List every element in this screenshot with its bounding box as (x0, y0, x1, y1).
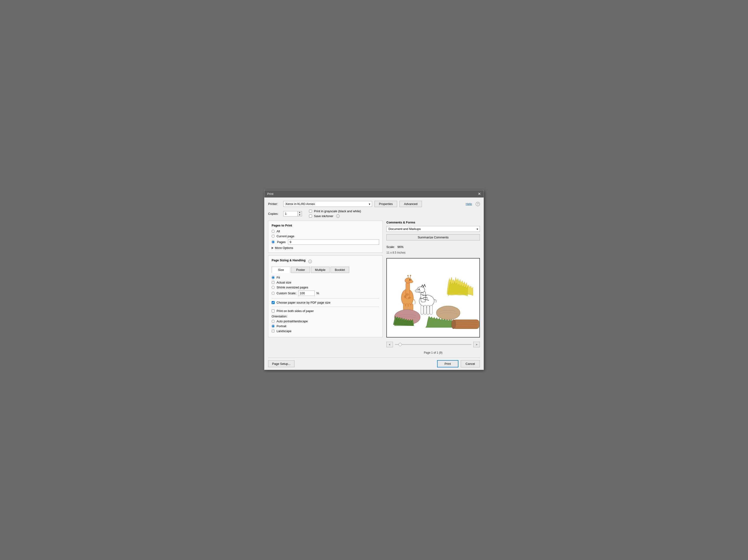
preview-area (387, 258, 480, 337)
scale-text: Scale: 96% (387, 245, 403, 249)
bottom-row: Page Setup... Print Cancel (268, 357, 480, 367)
copies-input[interactable] (283, 211, 297, 216)
print-button[interactable]: Print (437, 360, 459, 367)
title-bar: Print ✕ (264, 190, 484, 197)
cancel-button[interactable]: Cancel (461, 360, 480, 367)
svg-point-15 (408, 297, 411, 299)
copies-down-button[interactable]: ▼ (298, 214, 302, 216)
svg-point-5 (409, 279, 411, 280)
portrait-label[interactable]: Portrait (277, 324, 286, 328)
left-panel: Pages to Print All Current page Pages (268, 220, 383, 354)
tab-multiple-button[interactable]: Multiple (311, 267, 330, 273)
tan-rock (437, 306, 460, 320)
svg-point-16 (404, 295, 406, 298)
printer-select[interactable]: Xerox in KLRD Annex Microsoft Print to P… (283, 201, 372, 207)
svg-point-9 (410, 275, 411, 276)
current-page-radio-row: Current page (272, 234, 379, 238)
dialog-body: Printer: Xerox in KLRD Annex Microsoft P… (264, 197, 484, 370)
svg-point-29 (451, 320, 455, 329)
grayscale-label[interactable]: Print in grayscale (black and white) (314, 209, 361, 213)
portrait-row: Portrait (272, 324, 379, 328)
dialog-title: Print (267, 192, 274, 195)
comments-forms-section: Comments & Forms Document and Markups Do… (387, 220, 480, 243)
fit-radio-row: Fit (272, 276, 379, 279)
svg-rect-23 (424, 305, 426, 314)
next-page-button[interactable]: > (473, 342, 480, 347)
shrink-label[interactable]: Shrink oversized pages (277, 286, 308, 289)
comments-select[interactable]: Document and Markups Document Form Field… (387, 226, 480, 232)
print-both-sides-row: Print on both sides of paper (272, 309, 379, 313)
comments-forms-title: Comments & Forms (387, 220, 480, 224)
save-ink-info-icon[interactable]: i (336, 214, 340, 218)
summarize-comments-button[interactable]: Summarize Comments (387, 234, 480, 240)
tab-poster-button[interactable]: Poster (291, 267, 310, 273)
pages-input[interactable] (288, 239, 379, 245)
fit-radio[interactable] (272, 276, 275, 279)
close-button[interactable]: ✕ (478, 192, 481, 196)
svg-point-21 (419, 289, 420, 290)
copies-input-wrapper: ▲ ▼ (283, 211, 302, 216)
advanced-button[interactable]: Advanced (399, 201, 422, 207)
preview-dimensions-label: 11 x 8.5 Inches (387, 251, 480, 254)
copies-spinner: ▲ ▼ (297, 211, 302, 216)
landscape-label[interactable]: Landscape (277, 329, 291, 333)
svg-point-20 (415, 289, 420, 293)
main-content: Pages to Print All Current page Pages (268, 220, 480, 354)
preview-svg (387, 258, 480, 337)
save-ink-checkbox[interactable] (309, 214, 312, 217)
custom-scale-label[interactable]: Custom Scale: (277, 291, 297, 295)
printer-select-wrapper: Xerox in KLRD Annex Microsoft Print to P… (283, 201, 372, 207)
pages-radio[interactable] (272, 240, 275, 243)
tab-booklet-button[interactable]: Booklet (330, 267, 349, 273)
page-setup-button[interactable]: Page Setup... (268, 360, 295, 367)
divider-1 (272, 298, 379, 299)
orientation-label: Orientation: (272, 314, 379, 318)
slider-track (395, 344, 471, 345)
more-options-row[interactable]: More Options (272, 246, 379, 250)
log-drawing (451, 320, 479, 329)
printer-label: Printer: (268, 202, 281, 206)
auto-portrait-label[interactable]: Auto portrait/landscape (277, 320, 308, 323)
right-panel: Comments & Forms Document and Markups Do… (387, 220, 480, 354)
portrait-radio[interactable] (272, 325, 275, 328)
save-ink-label[interactable]: Save ink/toner (314, 214, 333, 218)
landscape-radio[interactable] (272, 330, 275, 333)
tab-size-button[interactable]: Size (272, 267, 290, 273)
print-dialog: Print ✕ Printer: Xerox in KLRD Annex Mic… (264, 190, 484, 370)
copies-label: Copies: (268, 212, 281, 215)
choose-paper-label[interactable]: Choose paper source by PDF page size (277, 301, 330, 304)
svg-rect-22 (421, 305, 423, 314)
pages-radio-row: Pages (272, 239, 379, 245)
fit-label[interactable]: Fit (277, 276, 280, 279)
slider-thumb (399, 343, 402, 346)
scale-value: 96% (397, 245, 403, 249)
custom-scale-radio[interactable] (272, 292, 275, 295)
actual-size-radio[interactable] (272, 281, 275, 284)
print-both-sides-label[interactable]: Print on both sides of paper (277, 309, 314, 313)
shrink-radio[interactable] (272, 286, 275, 289)
pages-to-print-section: Pages to Print All Current page Pages (268, 220, 383, 253)
all-label[interactable]: All (277, 230, 280, 233)
prev-page-button[interactable]: < (387, 342, 393, 347)
actual-size-label[interactable]: Actual size (277, 281, 291, 284)
slider-area: < > (387, 342, 480, 347)
choose-paper-row: Choose paper source by PDF page size (272, 301, 379, 304)
print-both-sides-checkbox[interactable] (272, 309, 275, 312)
auto-portrait-radio[interactable] (272, 320, 275, 323)
current-page-label[interactable]: Current page (277, 234, 294, 238)
help-link[interactable]: Help (466, 202, 472, 206)
current-page-radio[interactable] (272, 235, 275, 238)
all-radio[interactable] (272, 230, 275, 233)
choose-paper-checkbox[interactable] (272, 301, 275, 304)
properties-button[interactable]: Properties (374, 201, 397, 207)
svg-point-14 (405, 293, 409, 296)
page-info: Page 1 of 1 (9) (387, 351, 480, 354)
grayscale-checkbox[interactable] (309, 210, 312, 213)
custom-scale-input[interactable] (298, 290, 314, 296)
copies-up-button[interactable]: ▲ (298, 211, 302, 214)
save-ink-row: Save ink/toner i (309, 214, 361, 218)
pages-label[interactable]: Pages (277, 240, 286, 244)
shrink-radio-row: Shrink oversized pages (272, 286, 379, 289)
page-sizing-info-icon[interactable]: i (308, 260, 312, 263)
help-icon[interactable]: ? (476, 202, 480, 206)
